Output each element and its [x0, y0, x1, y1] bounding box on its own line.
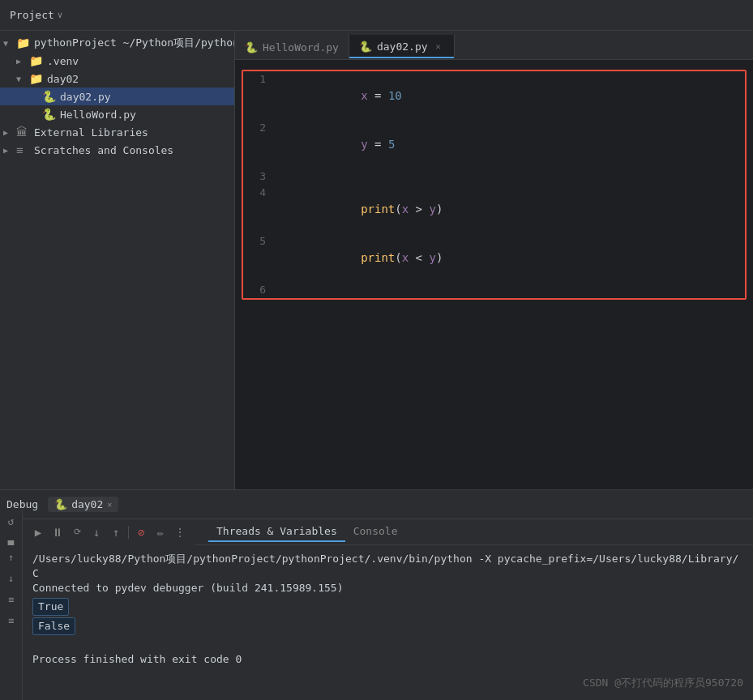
sidebar-item-day02py[interactable]: 🐍 day02.py — [0, 88, 234, 105]
line-number: 1 — [243, 71, 276, 88]
library-icon: 🏛 — [16, 126, 31, 139]
python-icon: 🐍 — [245, 41, 258, 53]
scroll-down-icon[interactable]: ↓ — [2, 570, 20, 587]
sidebar-item-hellowordpy[interactable]: 🐍 HelloWord.py — [0, 105, 234, 123]
sidebar-item-day02-folder[interactable]: ▼ 📁 day02 — [0, 70, 234, 88]
code-line-2: 2 y = 5 — [243, 120, 745, 169]
project-title[interactable]: Project ∨ — [10, 9, 62, 21]
debug-panel: Debug 🐍 day02 ✕ ↺ ■ ▶ ⏸ ⟳ ↓ ↑ ⊘ ✏ ⋮ T — [0, 489, 753, 700]
sidebar-item-label: Scratches and Consoles — [34, 144, 173, 156]
tab-threads-variables[interactable]: Threads & Variables — [208, 522, 345, 542]
filter-icon[interactable]: ≡ — [2, 591, 20, 608]
step-into-btn[interactable]: ↓ — [88, 523, 105, 541]
output-exit: Process finished with exit code 0 — [32, 652, 743, 667]
title-bar: Project ∨ — [0, 0, 753, 31]
output-values: True False — [32, 597, 743, 636]
output-line-command: /Users/lucky88/Python项目/pythonProject/py… — [32, 552, 743, 581]
folder-icon: 📁 — [29, 54, 44, 67]
debug-content-tabs: Threads & Variables Console — [202, 522, 753, 542]
sidebar-item-label: HelloWord.py — [60, 109, 136, 121]
debug-main-content: ↑ ↓ ≡ ≡ /Users/lucky88/Python项目/pythonPr… — [0, 545, 753, 700]
output-true: True — [32, 598, 69, 616]
scroll-up-icon[interactable]: ↑ — [2, 548, 20, 566]
tab-day02[interactable]: 🐍 day02.py ✕ — [349, 35, 455, 59]
code-editor[interactable]: 1 x = 10 2 y = 5 3 4 — [235, 60, 753, 489]
toolbar-separator — [128, 526, 129, 539]
python-icon: 🐍 — [359, 41, 372, 53]
debug-tab-bar: Debug 🐍 day02 ✕ — [0, 490, 753, 519]
project-label: Project — [10, 9, 54, 21]
line-number: 4 — [243, 185, 276, 201]
sidebar-item-venv[interactable]: ▶ 📁 .venv — [0, 52, 234, 70]
folder-icon: 📁 — [29, 72, 44, 85]
session-label: day02 — [71, 498, 103, 510]
tab-label: HelloWord.py — [263, 41, 339, 53]
sidebar-item-pythonproject[interactable]: ▼ 📁 pythonProject ~/Python项目/pythonP — [0, 34, 234, 52]
folder-icon: 📁 — [16, 36, 31, 49]
resume-btn[interactable]: ▶ — [29, 523, 47, 541]
sidebar: ▼ 📁 pythonProject ~/Python项目/pythonP ▶ 📁… — [0, 31, 235, 489]
sidebar-item-external-libraries[interactable]: ▶ 🏛 External Libraries — [0, 123, 234, 141]
debug-toolbar: ▶ ⏸ ⟳ ↓ ↑ ⊘ ✏ ⋮ — [23, 519, 195, 545]
debug-output: /Users/lucky88/Python项目/pythonProject/py… — [23, 545, 753, 700]
line-number: 2 — [243, 120, 276, 136]
editor-tab-bar: 🐍 HelloWord.py 🐍 day02.py ✕ — [235, 31, 753, 60]
sort-icon[interactable]: ≡ — [2, 612, 20, 630]
tab-close-icon[interactable]: ✕ — [433, 41, 444, 52]
tab-label: day02.py — [377, 41, 428, 53]
step-over-btn[interactable]: ⟳ — [68, 523, 86, 541]
output-line-connected: Connected to pydev debugger (build 241.1… — [32, 581, 743, 595]
sidebar-item-label: pythonProject ~/Python项目/pythonP — [34, 36, 234, 50]
output-blank — [32, 638, 743, 652]
python-icon: 🐍 — [54, 498, 67, 510]
sidebar-item-label: External Libraries — [34, 126, 148, 139]
file-tree: ▼ 📁 pythonProject ~/Python项目/pythonP ▶ 📁… — [0, 31, 234, 489]
line-content: x = 10 — [276, 71, 745, 120]
chevron-icon: ▶ — [3, 146, 16, 155]
sidebar-item-label: .venv — [47, 55, 79, 67]
code-line-1: 1 x = 10 — [243, 71, 745, 120]
line-number: 3 — [243, 169, 276, 185]
edit-btn[interactable]: ✏ — [152, 523, 169, 541]
python-file-icon: 🐍 — [42, 90, 57, 103]
line-number: 6 — [243, 282, 276, 298]
mute-btn[interactable]: ⊘ — [132, 523, 150, 541]
line-content: y = 5 — [276, 120, 745, 169]
code-line-5: 5 print(x < y) — [243, 233, 745, 282]
output-false: False — [32, 617, 75, 635]
code-line-3: 3 — [243, 169, 745, 185]
line-content: print(x > y) — [276, 185, 745, 233]
debug-left-icons: ↑ ↓ ≡ ≡ — [0, 545, 23, 700]
rerun-icon[interactable]: ↺ — [2, 513, 20, 531]
line-content: print(x < y) — [276, 233, 745, 282]
tab-helloword[interactable]: 🐍 HelloWord.py — [235, 35, 349, 59]
pause-btn[interactable]: ⏸ — [49, 523, 66, 541]
python-file-icon: 🐍 — [42, 108, 57, 121]
chevron-icon: ▼ — [16, 75, 29, 83]
session-close-icon[interactable]: ✕ — [107, 500, 112, 509]
code-highlight-box: 1 x = 10 2 y = 5 3 4 — [242, 70, 747, 300]
debug-session-tab[interactable]: 🐍 day02 ✕ — [48, 497, 118, 512]
project-chevron-icon: ∨ — [58, 10, 63, 20]
step-out-btn[interactable]: ↑ — [107, 523, 125, 541]
main-container: ▼ 📁 pythonProject ~/Python项目/pythonP ▶ 📁… — [0, 31, 753, 489]
sidebar-item-label: day02.py — [60, 91, 111, 103]
code-line-6: 6 — [243, 282, 745, 298]
scratches-icon: ≡ — [16, 143, 31, 156]
sidebar-item-scratches[interactable]: ▶ ≡ Scratches and Consoles — [0, 141, 234, 159]
chevron-icon: ▼ — [3, 39, 16, 48]
chevron-icon: ▶ — [16, 57, 29, 66]
tab-console[interactable]: Console — [345, 522, 406, 542]
sidebar-item-label: day02 — [47, 73, 79, 85]
more-btn[interactable]: ⋮ — [171, 523, 189, 541]
line-number: 5 — [243, 233, 276, 250]
editor-area: 🐍 HelloWord.py 🐍 day02.py ✕ 1 x = 10 2 — [235, 31, 753, 489]
code-line-4: 4 print(x > y) — [243, 185, 745, 233]
chevron-icon: ▶ — [3, 128, 16, 137]
debug-toolbar-row: ↺ ■ ▶ ⏸ ⟳ ↓ ↑ ⊘ ✏ ⋮ Threads & Variables … — [0, 519, 753, 545]
